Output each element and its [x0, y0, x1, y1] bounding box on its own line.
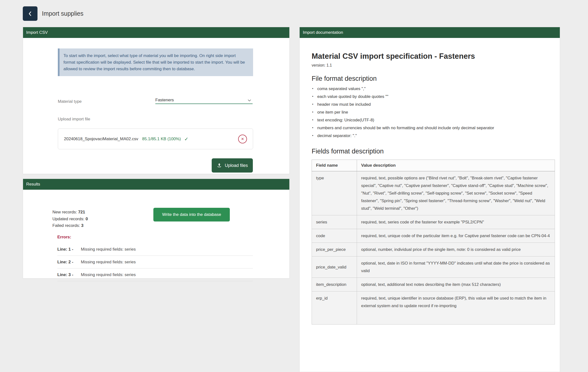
fields-format-heading: Fields format description: [312, 148, 548, 155]
import-documentation-panel: Import documentation Material CSV import…: [299, 27, 560, 372]
table-header-cell: Field name: [312, 160, 357, 171]
results-stats: New records: 721Updated records: 0Failed…: [52, 209, 88, 229]
value-description-cell: optional, text, date in ISO in format "Y…: [357, 256, 555, 278]
field-name-cell: price_per_piece: [312, 243, 357, 256]
file-format-item: one item per line: [312, 110, 548, 115]
import-csv-panel-header: Import CSV: [23, 27, 289, 38]
errors-list: Line: 1 -Missing required fields: series…: [57, 243, 253, 281]
upload-icon: [217, 163, 222, 168]
check-icon: ✓: [184, 136, 188, 142]
file-progress: 85.1/85.1 KB (100%): [142, 137, 181, 141]
upload-files-button[interactable]: Upload files: [212, 158, 253, 173]
fields-table: Field nameValue description typerequired…: [312, 160, 555, 325]
write-to-database-button[interactable]: Write the data into the database: [153, 208, 230, 221]
error-row: Line: 3 -Missing required fields: series: [57, 268, 253, 281]
value-description-cell: optional, number, individual price of th…: [357, 243, 555, 256]
table-header-cell: Value description: [357, 160, 555, 171]
uploaded-file-row: 20240618_SpojovaciMaterial_MA02.csv 85.1…: [58, 128, 253, 149]
chevron-left-icon: [27, 11, 33, 17]
field-name-cell: erp_id: [312, 291, 357, 325]
back-button[interactable]: [23, 6, 37, 21]
file-format-list: coma separated values ","each value quot…: [312, 86, 548, 138]
import-info-note: To start with the import, select what ty…: [58, 48, 253, 76]
results-panel-header: Results: [23, 179, 289, 190]
value-description-cell: optional, text, additional text notes de…: [357, 278, 555, 291]
upload-import-file-label: Upload import file: [58, 117, 90, 122]
table-row: typerequired, text, possible options are…: [312, 171, 555, 215]
remove-file-button[interactable]: ✕: [238, 135, 247, 143]
file-format-item: coma separated values ",": [312, 86, 548, 91]
stat-line: Updated records: 0: [52, 216, 88, 222]
file-format-item: header row must be included: [312, 102, 548, 107]
field-name-cell: type: [312, 171, 357, 215]
file-format-item: numbers and currencies should be with no…: [312, 126, 548, 130]
page-title: Import supplies: [42, 10, 84, 17]
import-documentation-header: Import documentation: [300, 27, 560, 38]
table-row: coderequired, text, unique code of the p…: [312, 229, 555, 243]
field-name-cell: price_date_valid: [312, 256, 357, 278]
value-description-cell: required, text, unique identifier in sou…: [357, 291, 555, 325]
material-type-value: Fasteners: [155, 98, 174, 103]
upload-files-label: Upload files: [225, 163, 248, 168]
chevron-down-icon: [247, 98, 252, 103]
field-name-cell: item_description: [312, 278, 357, 291]
table-row: seriesrequired, text, series code of the…: [312, 215, 555, 229]
table-row: erp_idrequired, text, unique identifier …: [312, 291, 555, 325]
error-row: Line: 2 -Missing required fields: series: [57, 256, 253, 268]
file-format-heading: File format description: [312, 75, 548, 82]
results-panel: Results New records: 721Updated records:…: [23, 179, 290, 279]
stat-line: New records: 721: [52, 209, 88, 216]
table-row: item_descriptionoptional, text, addition…: [312, 278, 555, 291]
top-bar: Import supplies: [23, 6, 84, 21]
value-description-cell: required, text, series code of the faste…: [357, 215, 555, 229]
fields-table-body: typerequired, text, possible options are…: [312, 171, 555, 325]
doc-title: Material CSV import specification - Fast…: [312, 52, 548, 61]
file-format-item: decimal separator: ".": [312, 133, 548, 138]
material-type-label: Material type: [58, 99, 82, 104]
table-row: price_per_pieceoptional, number, individ…: [312, 243, 555, 256]
stat-line: Failed records: 3: [52, 222, 88, 229]
file-format-item: text encoding: Unicode(UTF-8): [312, 118, 548, 123]
value-description-cell: required, text, unique code of the parti…: [357, 229, 555, 243]
file-name: 20240618_SpojovaciMaterial_MA02.csv: [64, 137, 138, 141]
table-row: price_date_validoptional, text, date in …: [312, 256, 555, 278]
value-description-cell: required, text, possible options are ("B…: [357, 171, 555, 215]
close-icon: ✕: [241, 137, 244, 141]
error-row: Line: 1 -Missing required fields: series: [57, 243, 253, 256]
errors-title: Errors:: [57, 235, 71, 240]
fields-table-head-row: Field nameValue description: [312, 160, 555, 171]
doc-version: version: 1.1: [312, 63, 548, 68]
field-name-cell: series: [312, 215, 357, 229]
file-format-item: each value quoted by double quotes "": [312, 94, 548, 99]
material-type-select[interactable]: Fasteners: [155, 97, 253, 104]
import-csv-panel: Import CSV To start with the import, sel…: [23, 27, 290, 174]
field-name-cell: code: [312, 229, 357, 243]
